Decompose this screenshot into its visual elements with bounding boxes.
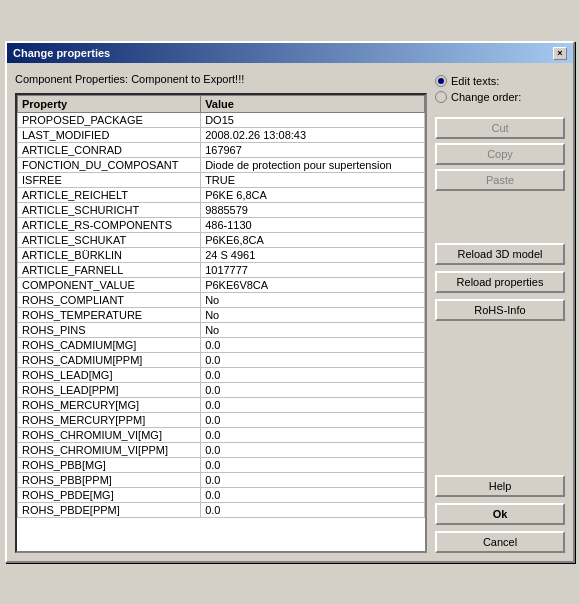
table-row[interactable]: ROHS_PBB[PPM]0.0 (18, 473, 425, 488)
dialog-window: Change properties × Component Properties… (5, 41, 575, 563)
table-row[interactable]: PROPOSED_PACKAGEDO15 (18, 113, 425, 128)
table-row[interactable]: ARTICLE_SCHURICHT9885579 (18, 203, 425, 218)
property-cell: COMPONENT_VALUE (18, 278, 201, 293)
table-row[interactable]: ROHS_PBDE[PPM]0.0 (18, 503, 425, 518)
value-cell: 0.0 (201, 488, 425, 503)
header-property: Property (18, 96, 201, 113)
table-row[interactable]: ROHS_CHROMIUM_VI[PPM]0.0 (18, 443, 425, 458)
edit-buttons: Cut Copy Paste (435, 117, 565, 191)
property-cell: ROHS_COMPLIANT (18, 293, 201, 308)
right-panel: Edit texts: Change order: Cut Copy Paste… (435, 71, 565, 553)
property-cell: PROPOSED_PACKAGE (18, 113, 201, 128)
table-row[interactable]: ROHS_TEMPERATURENo (18, 308, 425, 323)
property-cell: ROHS_CHROMIUM_VI[PPM] (18, 443, 201, 458)
table-row[interactable]: ROHS_MERCURY[PPM]0.0 (18, 413, 425, 428)
value-cell: 2008.02.26 13:08:43 (201, 128, 425, 143)
value-cell: 0.0 (201, 443, 425, 458)
value-cell: 24 S 4961 (201, 248, 425, 263)
value-cell: 0.0 (201, 473, 425, 488)
property-cell: ROHS_PBB[PPM] (18, 473, 201, 488)
cancel-button[interactable]: Cancel (435, 531, 565, 553)
value-cell: DO15 (201, 113, 425, 128)
table-row[interactable]: FONCTION_DU_COMPOSANTDiode de protection… (18, 158, 425, 173)
table-row[interactable]: ROHS_MERCURY[MG]0.0 (18, 398, 425, 413)
value-cell: 0.0 (201, 413, 425, 428)
help-button[interactable]: Help (435, 475, 565, 497)
property-cell: ARTICLE_REICHELT (18, 188, 201, 203)
change-order-label: Change order: (451, 91, 521, 103)
change-order-radio-row[interactable]: Change order: (435, 91, 565, 103)
edit-texts-radio[interactable] (435, 75, 447, 87)
table-row[interactable]: ISFREETRUE (18, 173, 425, 188)
property-cell: ARTICLE_BÜRKLIN (18, 248, 201, 263)
property-cell: ROHS_MERCURY[PPM] (18, 413, 201, 428)
ok-button[interactable]: Ok (435, 503, 565, 525)
title-bar-buttons: × (553, 47, 567, 60)
property-cell: ROHS_LEAD[PPM] (18, 383, 201, 398)
property-cell: ARTICLE_CONRAD (18, 143, 201, 158)
change-order-radio[interactable] (435, 91, 447, 103)
property-cell: LAST_MODIFIED (18, 128, 201, 143)
table-row[interactable]: ROHS_CADMIUM[MG]0.0 (18, 338, 425, 353)
value-cell: Diode de protection pour supertension (201, 158, 425, 173)
edit-texts-radio-row[interactable]: Edit texts: (435, 75, 565, 87)
table-row[interactable]: ARTICLE_SCHUKATP6KE6,8CA (18, 233, 425, 248)
table-row[interactable]: ARTICLE_REICHELTP6KE 6,8CA (18, 188, 425, 203)
table-row[interactable]: ARTICLE_FARNELL1017777 (18, 263, 425, 278)
reload-properties-button[interactable]: Reload properties (435, 271, 565, 293)
table-row[interactable]: ROHS_CHROMIUM_VI[MG]0.0 (18, 428, 425, 443)
table-row[interactable]: ROHS_COMPLIANTNo (18, 293, 425, 308)
copy-button[interactable]: Copy (435, 143, 565, 165)
value-cell: No (201, 323, 425, 338)
properties-table: Property Value PROPOSED_PACKAGEDO15LAST_… (17, 95, 425, 518)
subtitle: Component Properties: Component to Expor… (15, 71, 427, 89)
title-bar: Change properties × (7, 43, 573, 63)
table-row[interactable]: ROHS_PBDE[MG]0.0 (18, 488, 425, 503)
table-row[interactable]: ROHS_PBB[MG]0.0 (18, 458, 425, 473)
property-cell: ROHS_PBDE[PPM] (18, 503, 201, 518)
table-row[interactable]: ROHS_CADMIUM[PPM]0.0 (18, 353, 425, 368)
reload-3d-button[interactable]: Reload 3D model (435, 243, 565, 265)
table-row[interactable]: ARTICLE_BÜRKLIN24 S 4961 (18, 248, 425, 263)
property-cell: ROHS_TEMPERATURE (18, 308, 201, 323)
value-cell: 0.0 (201, 458, 425, 473)
header-value: Value (201, 96, 425, 113)
property-cell: FONCTION_DU_COMPOSANT (18, 158, 201, 173)
property-cell: ROHS_MERCURY[MG] (18, 398, 201, 413)
radio-group: Edit texts: Change order: (435, 71, 565, 107)
left-panel: Component Properties: Component to Expor… (15, 71, 427, 553)
value-cell: P6KE6,8CA (201, 233, 425, 248)
property-cell: ARTICLE_SCHURICHT (18, 203, 201, 218)
property-cell: ROHS_CADMIUM[PPM] (18, 353, 201, 368)
value-cell: P6KE 6,8CA (201, 188, 425, 203)
close-button[interactable]: × (553, 47, 567, 60)
value-cell: 9885579 (201, 203, 425, 218)
property-cell: ARTICLE_SCHUKAT (18, 233, 201, 248)
cut-button[interactable]: Cut (435, 117, 565, 139)
property-cell: ROHS_CHROMIUM_VI[MG] (18, 428, 201, 443)
table-row[interactable]: ROHS_LEAD[MG]0.0 (18, 368, 425, 383)
table-row[interactable]: ARTICLE_CONRAD167967 (18, 143, 425, 158)
property-cell: ROHS_LEAD[MG] (18, 368, 201, 383)
edit-texts-label: Edit texts: (451, 75, 499, 87)
table-row[interactable]: ROHS_PINSNo (18, 323, 425, 338)
rohs-info-button[interactable]: RoHS-Info (435, 299, 565, 321)
value-cell: 0.0 (201, 428, 425, 443)
dialog-body: Component Properties: Component to Expor… (7, 63, 573, 561)
value-cell: 0.0 (201, 368, 425, 383)
table-row[interactable]: COMPONENT_VALUEP6KE6V8CA (18, 278, 425, 293)
value-cell: 1017777 (201, 263, 425, 278)
value-cell: 0.0 (201, 353, 425, 368)
value-cell: 0.0 (201, 398, 425, 413)
table-row[interactable]: LAST_MODIFIED2008.02.26 13:08:43 (18, 128, 425, 143)
properties-table-container[interactable]: Property Value PROPOSED_PACKAGEDO15LAST_… (15, 93, 427, 553)
value-cell: P6KE6V8CA (201, 278, 425, 293)
property-cell: ISFREE (18, 173, 201, 188)
property-cell: ARTICLE_FARNELL (18, 263, 201, 278)
value-cell: No (201, 308, 425, 323)
paste-button[interactable]: Paste (435, 169, 565, 191)
table-row[interactable]: ROHS_LEAD[PPM]0.0 (18, 383, 425, 398)
table-row[interactable]: ARTICLE_RS-COMPONENTS486-1130 (18, 218, 425, 233)
value-cell: 486-1130 (201, 218, 425, 233)
value-cell: 0.0 (201, 338, 425, 353)
